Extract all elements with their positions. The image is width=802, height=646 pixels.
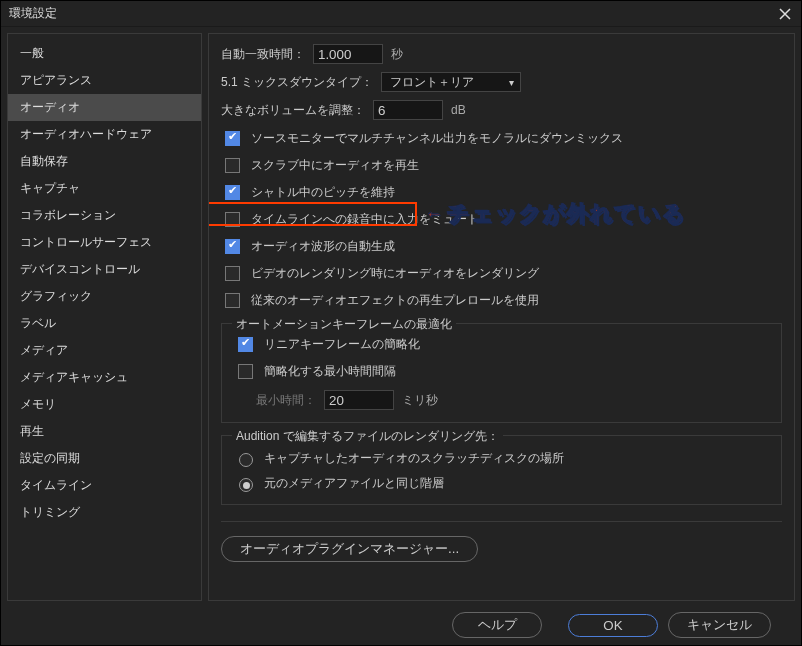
min-time-interval-checkbox[interactable]: [238, 364, 253, 379]
large-volume-input[interactable]: [373, 100, 443, 120]
mixdown-type-label: 5.1 ミックスダウンタイプ：: [221, 74, 373, 91]
play-audio-while-scrubbing-label: スクラブ中にオーディオを再生: [251, 157, 419, 174]
auto-match-time-input[interactable]: [313, 44, 383, 64]
sidebar-item[interactable]: 自動保存: [8, 148, 201, 175]
ok-button[interactable]: OK: [568, 614, 658, 637]
sidebar-item[interactable]: ラベル: [8, 310, 201, 337]
divider: [221, 521, 782, 522]
auto-generate-waveform-checkbox[interactable]: [225, 239, 240, 254]
cancel-button[interactable]: キャンセル: [668, 612, 771, 638]
maintain-pitch-shuttle-label: シャトル中のピッチを維持: [251, 184, 395, 201]
annotation-text: チェックが外れている: [447, 199, 686, 229]
audition-render-group: Audition で編集するファイルのレンダリング先： キャプチャしたオーディオ…: [221, 435, 782, 505]
window-title: 環境設定: [9, 5, 57, 22]
help-button[interactable]: ヘルプ: [452, 612, 542, 638]
min-time-label: 最小時間：: [256, 392, 316, 409]
titlebar: 環境設定: [1, 1, 801, 27]
sidebar-item[interactable]: デバイスコントロール: [8, 256, 201, 283]
legacy-preroll-label: 従来のオーディオエフェクトの再生プレロールを使用: [251, 292, 539, 309]
preferences-window: 環境設定 一般アピアランスオーディオオーディオハードウェア自動保存キャプチャコラ…: [0, 0, 802, 646]
large-volume-label: 大きなボリュームを調整：: [221, 102, 365, 119]
audition-scratch-disk-label: キャプチャしたオーディオのスクラッチディスクの場所: [264, 450, 564, 467]
auto-generate-waveform-label: オーディオ波形の自動生成: [251, 238, 395, 255]
close-icon[interactable]: [777, 6, 793, 22]
audition-scratch-disk-radio[interactable]: [239, 453, 253, 467]
sidebar-item[interactable]: 一般: [8, 40, 201, 67]
dialog-footer: ヘルプ OK キャンセル: [7, 611, 795, 639]
sidebar-item[interactable]: メモリ: [8, 391, 201, 418]
play-audio-while-scrubbing-checkbox[interactable]: [225, 158, 240, 173]
auto-match-time-label: 自動一致時間：: [221, 46, 305, 63]
sidebar-item[interactable]: コントロールサーフェス: [8, 229, 201, 256]
automation-keyframe-legend: オートメーションキーフレームの最適化: [232, 316, 456, 333]
sidebar-item[interactable]: トリミング: [8, 499, 201, 526]
sidebar-item[interactable]: 設定の同期: [8, 445, 201, 472]
audio-plugin-manager-button[interactable]: オーディオプラグインマネージャー...: [221, 536, 478, 562]
mute-input-recording-checkbox[interactable]: [225, 212, 240, 227]
legacy-preroll-checkbox[interactable]: [225, 293, 240, 308]
min-time-interval-label: 簡略化する最小時間間隔: [264, 363, 396, 380]
sidebar-item[interactable]: メディアキャッシュ: [8, 364, 201, 391]
downmix-mono-checkbox[interactable]: [225, 131, 240, 146]
sidebar-item[interactable]: キャプチャ: [8, 175, 201, 202]
min-time-input: [324, 390, 394, 410]
automation-keyframe-group: オートメーションキーフレームの最適化 リニアキーフレームの簡略化 簡略化する最小…: [221, 323, 782, 423]
sidebar-item[interactable]: タイムライン: [8, 472, 201, 499]
downmix-mono-label: ソースモニターでマルチチャンネル出力をモノラルにダウンミックス: [251, 130, 623, 147]
min-time-unit: ミリ秒: [402, 392, 438, 409]
render-audio-on-video-render-checkbox[interactable]: [225, 266, 240, 281]
mixdown-type-select[interactable]: フロント＋リア: [381, 72, 521, 92]
sidebar-item[interactable]: グラフィック: [8, 283, 201, 310]
settings-panel: 自動一致時間： 秒 5.1 ミックスダウンタイプ： フロント＋リア 大きなボリュ…: [208, 33, 795, 601]
sidebar-item[interactable]: メディア: [8, 337, 201, 364]
audition-render-legend: Audition で編集するファイルのレンダリング先：: [232, 428, 503, 445]
audition-same-folder-radio[interactable]: [239, 478, 253, 492]
sidebar-item[interactable]: コラボレーション: [8, 202, 201, 229]
linear-keyframe-thinning-checkbox[interactable]: [238, 337, 253, 352]
audition-same-folder-label: 元のメディアファイルと同じ階層: [264, 475, 444, 492]
sidebar-item[interactable]: オーディオ: [8, 94, 201, 121]
sidebar-item[interactable]: アピアランス: [8, 67, 201, 94]
category-sidebar: 一般アピアランスオーディオオーディオハードウェア自動保存キャプチャコラボレーショ…: [7, 33, 202, 601]
sidebar-item[interactable]: オーディオハードウェア: [8, 121, 201, 148]
linear-keyframe-thinning-label: リニアキーフレームの簡略化: [264, 336, 420, 353]
render-audio-on-video-render-label: ビデオのレンダリング時にオーディオをレンダリング: [251, 265, 539, 282]
maintain-pitch-shuttle-checkbox[interactable]: [225, 185, 240, 200]
large-volume-unit: dB: [451, 103, 466, 117]
sidebar-item[interactable]: 再生: [8, 418, 201, 445]
auto-match-time-unit: 秒: [391, 46, 403, 63]
annotation-arrow-icon: ←: [425, 204, 443, 225]
